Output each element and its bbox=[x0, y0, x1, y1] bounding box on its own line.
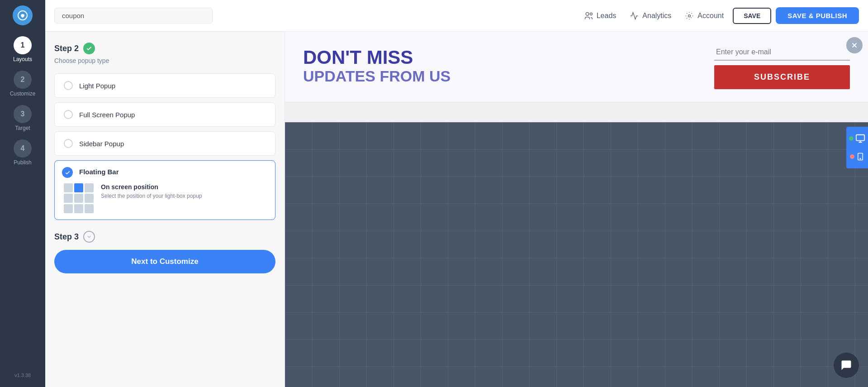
position-text: On screen position Select the position o… bbox=[101, 183, 202, 200]
grid-cell-2-1[interactable] bbox=[74, 204, 83, 213]
svg-point-8 bbox=[860, 158, 861, 159]
svg-point-1 bbox=[586, 12, 589, 15]
next-btn-wrap: Next to Customize bbox=[54, 243, 275, 273]
preview-grid-background bbox=[285, 122, 868, 387]
nav-analytics[interactable]: Analytics bbox=[630, 11, 671, 20]
grid-cell-0-2[interactable] bbox=[85, 183, 94, 192]
sidebar-popup-label: Sidebar Popup bbox=[79, 140, 124, 148]
radio-full-screen-popup bbox=[64, 110, 73, 119]
step-panel: Step 2 Choose popup type Light Popup Ful… bbox=[45, 32, 285, 387]
step-label-3: Target bbox=[15, 125, 30, 131]
checkmark-icon bbox=[86, 45, 92, 52]
svg-point-2 bbox=[590, 13, 592, 15]
dont-miss-text: DON'T MISS bbox=[303, 48, 451, 67]
checkmark-icon-blue bbox=[65, 170, 71, 176]
grid-cell-2-2[interactable] bbox=[85, 204, 94, 213]
chevron-down-icon bbox=[86, 234, 92, 240]
step-circle-3: 3 bbox=[14, 105, 32, 123]
option-light-popup[interactable]: Light Popup bbox=[54, 73, 275, 98]
floating-bar-header: Floating Bar bbox=[62, 167, 268, 178]
popup-close-button[interactable] bbox=[846, 37, 863, 53]
leads-icon bbox=[584, 11, 593, 20]
mobile-inactive-dot bbox=[850, 154, 854, 159]
step2-header: Step 2 bbox=[54, 43, 275, 54]
popup-form: SUBSCRIBE bbox=[714, 44, 850, 89]
floating-bar-label: Floating Bar bbox=[79, 167, 119, 176]
popup-heading: DON'T MISS UPDATES FROM US bbox=[303, 48, 451, 86]
step-label-4: Publish bbox=[14, 159, 31, 166]
position-grid bbox=[64, 183, 94, 213]
email-input[interactable] bbox=[714, 44, 850, 61]
floating-bar-check bbox=[62, 167, 73, 178]
nav-leads-label: Leads bbox=[597, 12, 617, 20]
grid-cell-1-2[interactable] bbox=[85, 194, 94, 203]
position-title: On screen position bbox=[101, 183, 202, 191]
account-icon bbox=[685, 11, 694, 20]
option-floating-bar[interactable]: Floating Bar bbox=[54, 160, 275, 220]
option-sidebar-popup[interactable]: Sidebar Popup bbox=[54, 131, 275, 156]
radio-light-popup bbox=[64, 81, 73, 90]
updates-text: UPDATES FROM US bbox=[303, 67, 451, 86]
search-input[interactable] bbox=[54, 8, 213, 24]
desktop-device-btn[interactable] bbox=[850, 131, 864, 146]
header-nav: Leads Analytics Account bbox=[584, 11, 724, 20]
step-circle-2: 2 bbox=[14, 71, 32, 89]
save-publish-button[interactable]: SAVE & PUBLISH bbox=[776, 7, 859, 24]
sidebar-step-3[interactable]: 3 Target bbox=[0, 105, 45, 131]
grid-cell-0-0[interactable] bbox=[64, 183, 73, 192]
mobile-status bbox=[850, 152, 864, 162]
sidebar: 1 Layouts 2 Customize 3 Target 4 Publish… bbox=[0, 0, 45, 387]
full-screen-popup-label: Full Screen Popup bbox=[79, 111, 135, 119]
desktop-icon bbox=[855, 134, 865, 143]
option-full-screen-popup[interactable]: Full Screen Popup bbox=[54, 102, 275, 127]
step-label-1: Layouts bbox=[13, 56, 32, 62]
preview-area: DON'T MISS UPDATES FROM US SUBSCRIBE bbox=[285, 32, 868, 387]
step2-title: Step 2 bbox=[54, 44, 79, 53]
body-area: Step 2 Choose popup type Light Popup Ful… bbox=[45, 32, 868, 387]
svg-rect-6 bbox=[856, 135, 864, 141]
grid-cell-2-0[interactable] bbox=[64, 204, 73, 213]
sidebar-step-1[interactable]: 1 Layouts bbox=[0, 36, 45, 62]
logo-icon bbox=[17, 10, 28, 21]
step-label-2: Customize bbox=[10, 91, 36, 97]
chat-icon bbox=[840, 359, 853, 372]
main-panel: Leads Analytics Account SAVE SAVE & PUBL… bbox=[45, 0, 868, 387]
radio-sidebar-popup bbox=[64, 139, 73, 148]
step-circle-1: 1 bbox=[14, 36, 32, 54]
device-icons-panel bbox=[846, 127, 868, 168]
light-popup-label: Light Popup bbox=[79, 82, 115, 90]
close-icon bbox=[850, 41, 859, 49]
app-version: v1.3.38 bbox=[14, 373, 31, 382]
sidebar-step-2[interactable]: 2 Customize bbox=[0, 71, 45, 97]
grid-cell-0-1[interactable] bbox=[74, 183, 83, 192]
sidebar-step-4[interactable]: 4 Publish bbox=[0, 139, 45, 166]
nav-analytics-label: Analytics bbox=[642, 12, 671, 20]
mobile-device-btn[interactable] bbox=[850, 149, 864, 164]
grid-cell-1-1[interactable] bbox=[74, 194, 83, 203]
save-button[interactable]: SAVE bbox=[733, 8, 771, 24]
step3-header: Step 3 bbox=[54, 231, 275, 243]
app-logo[interactable] bbox=[13, 5, 33, 25]
svg-point-3 bbox=[688, 14, 691, 17]
position-sub-panel: On screen position Select the position o… bbox=[62, 183, 268, 213]
step3-circle bbox=[83, 231, 95, 243]
subscribe-button[interactable]: SUBSCRIBE bbox=[714, 65, 850, 89]
nav-account[interactable]: Account bbox=[685, 11, 724, 20]
desktop-status bbox=[849, 134, 865, 143]
position-desc: Select the position of your light-box po… bbox=[101, 192, 202, 200]
nav-leads[interactable]: Leads bbox=[584, 11, 617, 20]
desktop-active-dot bbox=[849, 136, 854, 141]
step-circle-4: 4 bbox=[14, 139, 32, 158]
grid-cell-1-0[interactable] bbox=[64, 194, 73, 203]
nav-account-label: Account bbox=[697, 12, 724, 20]
mobile-icon bbox=[856, 152, 864, 162]
analytics-icon bbox=[630, 11, 639, 20]
chat-button[interactable] bbox=[834, 353, 859, 378]
step2-check-icon bbox=[83, 43, 95, 54]
header: Leads Analytics Account SAVE SAVE & PUBL… bbox=[45, 0, 868, 32]
step3-title: Step 3 bbox=[54, 232, 79, 242]
next-customize-button[interactable]: Next to Customize bbox=[54, 250, 275, 273]
step2-subtitle: Choose popup type bbox=[54, 57, 275, 64]
floating-bar-preview: DON'T MISS UPDATES FROM US SUBSCRIBE bbox=[285, 32, 868, 102]
